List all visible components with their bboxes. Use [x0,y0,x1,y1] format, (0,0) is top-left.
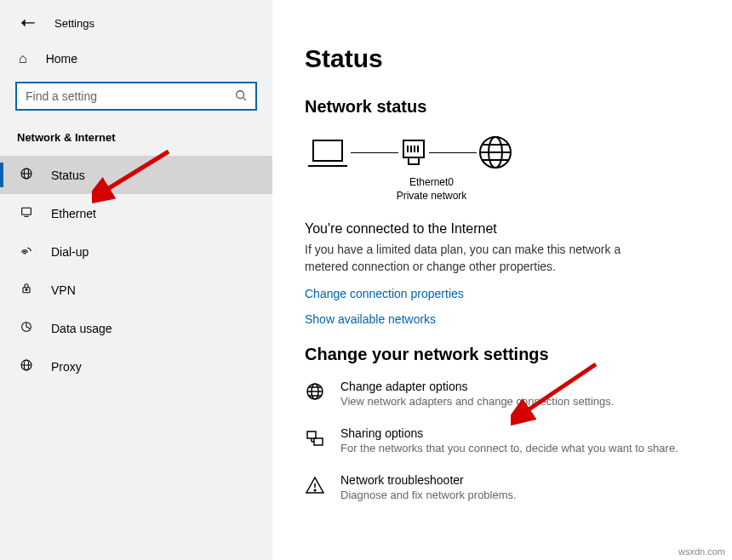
category-label: Network & Internet [0,123,272,156]
globe-icon [305,381,325,408]
globe-icon [477,134,514,171]
nav-label: Status [51,169,85,182]
connected-title: You're connected to the Internet [305,221,706,237]
search-input[interactable] [26,89,235,103]
svg-rect-5 [22,208,31,214]
main-content: Status Network status Ethernet0 Private … [272,0,732,560]
nav-label: Data usage [51,322,112,335]
option-sharing[interactable]: Sharing options For the networks that yo… [305,426,706,454]
nav-item-status[interactable]: Status [0,156,272,194]
app-title: Settings [54,17,94,30]
svg-rect-14 [313,140,342,161]
header-row: 🠐 Settings [0,15,272,43]
link-show-available-networks[interactable]: Show available networks [305,312,706,326]
ethernet-icon [19,205,34,221]
nav-label: Proxy [51,360,82,374]
line-icon [429,152,477,153]
nav-label: VPN [51,283,76,297]
svg-point-36 [314,490,316,492]
nav-item-data-usage[interactable]: Data usage [0,309,272,347]
svg-rect-16 [409,157,419,164]
svg-rect-31 [307,431,316,438]
option-title: Network troubleshooter [340,473,517,487]
warning-icon [305,475,325,501]
watermark: wsxdn.com [678,546,725,557]
section-title: Network status [305,97,706,117]
line-icon [351,152,398,153]
ethernet-plug-icon [398,135,429,169]
svg-point-0 [237,90,244,98]
option-change-adapter[interactable]: Change adapter options View network adap… [305,380,706,408]
nav-item-vpn[interactable]: VPN [0,271,272,309]
svg-point-7 [24,251,26,254]
nav-item-dialup[interactable]: Dial-up [0,232,272,271]
nav-label: Dial-up [51,245,89,259]
search-icon [235,89,247,104]
option-desc: Diagnose and fix network problems. [340,489,517,501]
vpn-icon [19,282,34,298]
back-icon[interactable]: 🠐 [20,15,36,31]
option-troubleshooter[interactable]: Network troubleshooter Diagnose and fix … [305,473,706,501]
svg-point-9 [26,289,27,290]
option-desc: For the networks that you connect to, de… [340,442,678,454]
search-box[interactable] [15,82,257,111]
sidebar: 🠐 Settings ⌂ Home Network & Internet Sta… [0,0,272,560]
option-title: Sharing options [340,426,678,440]
proxy-icon [19,358,34,374]
svg-rect-32 [314,438,323,445]
home-icon: ⌂ [19,51,27,66]
laptop-icon [305,135,351,169]
page-title: Status [305,44,706,73]
nav-list: Status Ethernet Dial-up VPN Data usage [0,156,272,386]
option-title: Change adapter options [340,380,614,393]
nav-item-proxy[interactable]: Proxy [0,347,272,386]
network-diagram [305,134,706,171]
search-wrap [0,75,272,123]
home-label: Home [46,52,77,66]
home-button[interactable]: ⌂ Home [0,43,272,75]
section-title-2: Change your network settings [305,345,706,364]
data-usage-icon [19,320,34,336]
nav-label: Ethernet [51,207,96,220]
share-icon [305,428,325,454]
connected-desc: If you have a limited data plan, you can… [305,242,662,275]
status-icon [19,167,34,183]
nav-item-ethernet[interactable]: Ethernet [0,194,272,232]
option-desc: View network adapters and change connect… [340,395,614,408]
link-change-connection-properties[interactable]: Change connection properties [305,287,706,300]
diagram-caption: Ethernet0 Private network [385,176,478,203]
dialup-icon [19,243,34,260]
svg-line-1 [243,97,247,100]
